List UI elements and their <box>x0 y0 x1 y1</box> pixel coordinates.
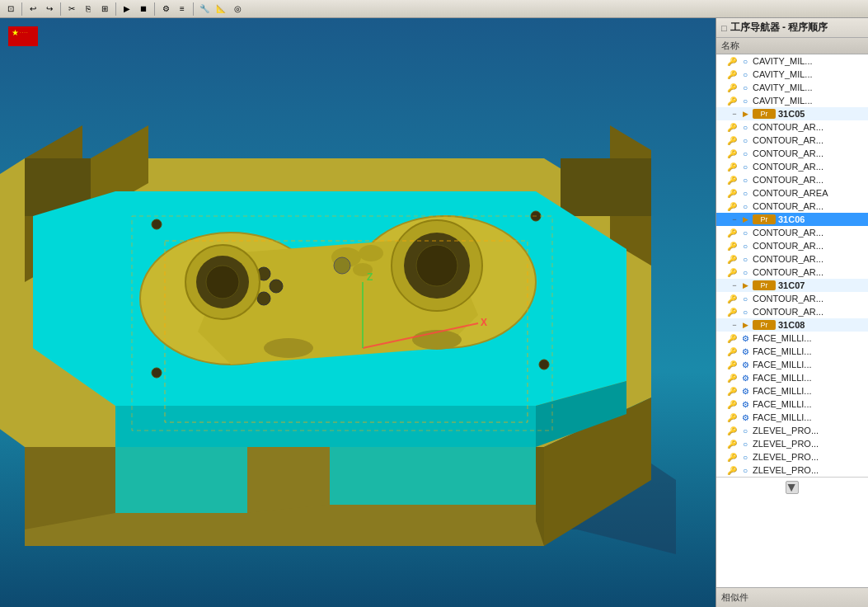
tree-item-contour_ar10[interactable]: 🔑○CONTOUR_AR... <box>716 266 868 279</box>
tree-item-contour_area[interactable]: 🔑○CONTOUR_AREA <box>716 186 868 200</box>
tree-item-zlevel4[interactable]: 🔑○ZLEVEL_PRO... <box>716 463 868 477</box>
toolbar-icon-11[interactable]: ◎ <box>230 2 245 16</box>
header-label: 名称 <box>721 40 739 50</box>
item-label: CONTOUR_AR... <box>753 294 823 304</box>
toolbar-icon-settings[interactable]: ⚙ <box>158 2 173 16</box>
circle-icon: ○ <box>739 438 751 449</box>
gear-icon: ⚙ <box>739 398 751 410</box>
key-icon: 🔑 <box>726 187 738 199</box>
bottom-label: 相似件 <box>721 591 748 604</box>
right-panel: □ 工序导航器 - 程序顺序 名称 🔑○CAVITY_MIL...🔑○CAVIT… <box>716 18 868 607</box>
toolbar-icon-2[interactable]: ↩ <box>26 2 40 16</box>
tree-item-g31c06[interactable]: −▶Pr31C06 <box>716 213 868 226</box>
tree-item-contour_ar2[interactable]: 🔑○CONTOUR_AR... <box>716 134 868 147</box>
tree-item-cavity1[interactable]: 🔑○CAVITY_MIL... <box>716 54 868 68</box>
scroll-down-arrow[interactable]: ▶ <box>786 481 799 494</box>
tree-item-contour_ar6[interactable]: 🔑○CONTOUR_AR... <box>716 200 868 213</box>
tree-item-contour_ar12[interactable]: 🔑○CONTOUR_AR... <box>716 305 868 318</box>
circle-icon: ○ <box>739 293 751 304</box>
tree-item-face_mill5[interactable]: 🔑⚙FACE_MILLI... <box>716 384 868 398</box>
key-icon: 🔑 <box>726 174 738 186</box>
tree-item-cavity4[interactable]: 🔑○CAVITY_MIL... <box>716 94 868 107</box>
toolbar-icon-9[interactable]: 🔧 <box>197 2 212 16</box>
circle-icon: ○ <box>739 200 751 212</box>
item-label: FACE_MILLI... <box>753 399 812 409</box>
group-label-box: Pr <box>753 214 776 224</box>
tree-item-face_mill6[interactable]: 🔑⚙FACE_MILLI... <box>716 398 868 411</box>
tree-item-contour_ar7[interactable]: 🔑○CONTOUR_AR... <box>716 226 868 239</box>
circle-icon: ○ <box>739 134 751 146</box>
tree-item-contour_ar5[interactable]: 🔑○CONTOUR_AR... <box>716 173 868 186</box>
item-label: FACE_MILLI... <box>753 333 812 343</box>
circle-icon: ○ <box>739 464 751 476</box>
tree-item-face_mill1[interactable]: 🔑⚙FACE_MILLI... <box>716 332 868 345</box>
expand-button[interactable]: − <box>730 280 739 290</box>
tree-item-face_mill4[interactable]: 🔑⚙FACE_MILLI... <box>716 371 868 384</box>
tree-item-contour_ar8[interactable]: 🔑○CONTOUR_AR... <box>716 239 868 252</box>
tree-item-face_mill2[interactable]: 🔑⚙FACE_MILLI... <box>716 345 868 358</box>
tree-item-g31c08[interactable]: −▶Pr31C08 <box>716 318 868 332</box>
toolbar-icon-10[interactable]: 📐 <box>213 2 228 16</box>
model-svg: Z X <box>0 18 716 607</box>
tree-container[interactable]: 🔑○CAVITY_MIL...🔑○CAVITY_MIL...🔑○CAVITY_M… <box>716 54 868 587</box>
svg-marker-11 <box>561 158 651 216</box>
tree-item-cavity2[interactable]: 🔑○CAVITY_MIL... <box>716 68 868 81</box>
circle-icon: ○ <box>739 253 751 265</box>
tree-item-zlevel3[interactable]: 🔑○ZLEVEL_PRO... <box>716 450 868 463</box>
tree-item-zlevel2[interactable]: 🔑○ZLEVEL_PRO... <box>716 437 868 450</box>
toolbar-icon-6[interactable]: ⊞ <box>97 2 112 16</box>
tree-item-face_mill7[interactable]: 🔑⚙FACE_MILLI... <box>716 411 868 424</box>
gear-icon: ⚙ <box>739 359 751 370</box>
key-icon: 🔑 <box>726 425 738 436</box>
tree-item-face_mill3[interactable]: 🔑⚙FACE_MILLI... <box>716 358 868 371</box>
toolbar-icon-5[interactable]: ⎘ <box>81 2 96 16</box>
toolbar-separator-1 <box>21 2 22 16</box>
toolbar-icon-list[interactable]: ≡ <box>175 2 190 16</box>
group-item-label: 31C05 <box>778 109 805 119</box>
gear-icon: ⚙ <box>739 372 751 383</box>
key-icon: 🔑 <box>726 385 738 397</box>
circle-icon: ○ <box>739 148 751 159</box>
toolbar-icon-4[interactable]: ✂ <box>64 2 79 16</box>
tree-item-contour_ar11[interactable]: 🔑○CONTOUR_AR... <box>716 292 868 305</box>
toolbar-icon-7[interactable]: ▶ <box>120 2 134 16</box>
tree-item-g31c07[interactable]: −▶Pr31C07 <box>716 279 868 292</box>
item-label: CAVITY_MIL... <box>753 96 813 106</box>
item-label: CAVITY_MIL... <box>753 69 813 79</box>
tree-item-contour_ar4[interactable]: 🔑○CONTOUR_AR... <box>716 160 868 173</box>
key-icon: 🔑 <box>726 266 738 278</box>
key-icon: 🔑 <box>726 412 738 423</box>
circle-icon: ○ <box>739 161 751 172</box>
tree-item-contour_ar1[interactable]: 🔑○CONTOUR_AR... <box>716 120 868 134</box>
key-icon: 🔑 <box>726 332 738 344</box>
key-icon: 🔑 <box>726 200 738 212</box>
expand-button[interactable]: − <box>730 320 739 330</box>
group-item-label: 31C06 <box>778 214 805 224</box>
tree-item-zlevel1[interactable]: 🔑○ZLEVEL_PRO... <box>716 424 868 437</box>
svg-point-31 <box>359 245 383 261</box>
item-label: CONTOUR_AR... <box>753 307 823 317</box>
svg-point-26 <box>416 245 457 286</box>
group-item-label: 31C08 <box>778 320 805 330</box>
circle-icon: ○ <box>739 451 751 463</box>
toolbar-icon-3[interactable]: ↪ <box>42 2 57 16</box>
item-label: ZLEVEL_PRO... <box>753 426 819 435</box>
toolbar-separator-4 <box>154 2 155 16</box>
key-icon: 🔑 <box>726 372 738 383</box>
tree-item-cavity3[interactable]: 🔑○CAVITY_MIL... <box>716 81 868 94</box>
item-label: CONTOUR_AR... <box>753 201 823 211</box>
item-label: FACE_MILLI... <box>753 386 812 396</box>
toolbar-icon-1[interactable]: ⊡ <box>3 2 18 16</box>
key-icon: 🔑 <box>726 55 738 67</box>
tree-item-g31c05[interactable]: −▶Pr31C05 <box>716 107 868 120</box>
toolbar-icon-8[interactable]: ⏹ <box>136 2 151 16</box>
circle-icon: ○ <box>739 82 751 93</box>
key-icon: 🔑 <box>726 148 738 159</box>
item-label: FACE_MILLI... <box>753 412 812 422</box>
panel-header: 名称 <box>716 38 868 54</box>
viewport-3d[interactable]: Z X <box>0 18 716 607</box>
tree-item-contour_ar9[interactable]: 🔑○CONTOUR_AR... <box>716 252 868 266</box>
expand-button[interactable]: − <box>730 109 739 119</box>
tree-item-contour_ar3[interactable]: 🔑○CONTOUR_AR... <box>716 147 868 160</box>
expand-button[interactable]: − <box>730 214 739 224</box>
